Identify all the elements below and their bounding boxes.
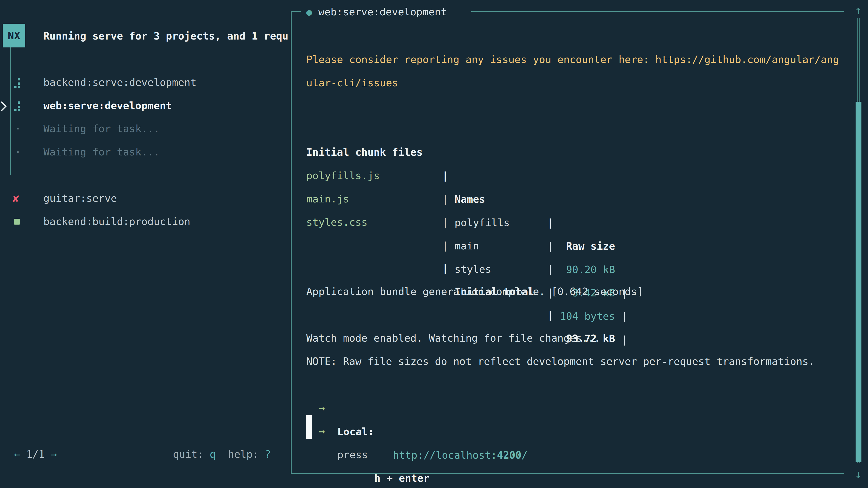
scroll-up-arrow-icon[interactable]: ↑	[852, 3, 864, 17]
local-label: Local:	[337, 420, 374, 444]
task-row-backend-build[interactable]: backend:build:production	[0, 210, 291, 233]
tasks-sidebar: NX Running serve for 3 projects, and 1 r…	[0, 0, 291, 488]
spinner-icon	[13, 71, 21, 94]
task-row-guitar-serve[interactable]: ✘ guitar:serve	[0, 187, 291, 210]
nx-logo: NX	[3, 24, 25, 47]
local-url-link[interactable]: http://localhost:4200/	[393, 444, 528, 467]
quit-key: q	[210, 448, 216, 460]
quit-hint-label: quit:	[173, 448, 204, 460]
url-suffix: /	[522, 449, 528, 461]
help-keys: h + enter	[374, 466, 430, 488]
bundle-complete-line: Application bundle generation complete. …	[306, 280, 643, 303]
selected-caret-icon	[0, 101, 7, 111]
watch-mode-line: Watch mode enabled. Watching for file ch…	[306, 326, 600, 350]
task-label: Waiting for task...	[43, 117, 160, 140]
col-header-size: Raw size	[553, 234, 615, 258]
page-next-arrow-icon[interactable]: →	[51, 448, 57, 460]
pipe: |	[442, 211, 448, 234]
pipe: |	[442, 234, 448, 258]
pipe: |	[442, 188, 448, 211]
task-label: Waiting for task...	[43, 140, 160, 164]
chunk-file: styles.css	[306, 210, 368, 234]
chunk-name: styles	[455, 258, 491, 281]
panel-title: ●web:serve:development	[306, 1, 447, 23]
panel-border-bottom	[291, 473, 844, 474]
pipe: |	[547, 211, 553, 234]
col-header-names: Names	[455, 188, 485, 211]
spinner-icon	[13, 94, 21, 118]
notice-line-2: ular-cli/issues	[306, 71, 398, 95]
panel-border-top	[471, 11, 844, 12]
url-prefix: http://localhost:	[393, 449, 497, 461]
scrollbar-thumb[interactable]	[856, 102, 862, 462]
scroll-down-arrow-icon[interactable]: ↓	[852, 467, 864, 481]
pipe: |	[621, 328, 627, 352]
chunk-name: polyfills	[455, 211, 510, 234]
chunk-name: main	[455, 234, 479, 258]
initial-total-row: | Initial total | 93.72 kB	[306, 233, 331, 256]
pagination: ← 1/1 →	[14, 443, 57, 466]
local-url-line: → Local: http://localhost:4200/	[306, 373, 331, 396]
page-prev-arrow-icon[interactable]: ←	[14, 448, 20, 460]
nx-terminal-ui: NX Running serve for 3 projects, and 1 r…	[0, 0, 868, 488]
task-label: backend:build:production	[43, 210, 190, 233]
pipe: |	[442, 256, 448, 280]
task-row-waiting-2[interactable]: · Waiting for task...	[0, 140, 291, 164]
chunk-table-header: Initial chunk files | Names | Raw size	[306, 117, 331, 140]
waiting-dot-icon: ·	[15, 140, 21, 164]
pipe: |	[442, 164, 448, 188]
chunk-size: 90.20 kB	[553, 258, 615, 282]
arrow-right-icon: →	[319, 420, 325, 443]
waiting-dot-icon: ·	[15, 117, 21, 140]
app-title: Running serve for 3 projects, and 1 requ	[43, 24, 288, 48]
notice-line-1: Please consider reporting any issues you…	[306, 48, 839, 71]
success-square-icon	[14, 219, 20, 225]
task-label: backend:serve:development	[43, 71, 196, 94]
note-line: NOTE: Raw file sizes do not reflect deve…	[306, 350, 815, 373]
panel-border-left	[291, 11, 291, 474]
task-row-web-serve-selected[interactable]: web:serve:development	[0, 94, 291, 118]
page-indicator: 1/1	[26, 448, 44, 460]
task-row-waiting-1[interactable]: · Waiting for task...	[0, 117, 291, 140]
keyboard-hints: quit: q help: ?	[173, 443, 271, 466]
pipe: |	[547, 258, 553, 281]
help-key: ?	[265, 448, 271, 460]
task-label-selected: web:serve:development	[43, 94, 172, 118]
pipe: |	[621, 305, 627, 328]
url-port: 4200	[497, 449, 522, 461]
running-bullet-icon: ●	[306, 6, 312, 18]
press-label: press	[337, 443, 368, 466]
chunk-table-row: polyfills.js | polyfills | 90.20 kB |	[306, 140, 331, 164]
chunk-table-row: main.js | main | 3.42 kB |	[306, 164, 331, 187]
terminal-cursor	[306, 415, 312, 439]
failed-cross-icon: ✘	[13, 187, 19, 210]
panel-border-top-stub	[291, 11, 301, 12]
panel-title-text: web:serve:development	[318, 6, 447, 18]
pipe: |	[547, 234, 553, 258]
help-hint-label: help:	[228, 448, 258, 460]
task-row-backend-serve[interactable]: backend:serve:development	[0, 71, 291, 94]
chunk-size: 104 bytes	[553, 304, 615, 328]
chunk-table-row: styles.css | styles | 104 bytes |	[306, 187, 331, 210]
task-label: guitar:serve	[43, 187, 117, 210]
pipe: |	[547, 303, 553, 327]
